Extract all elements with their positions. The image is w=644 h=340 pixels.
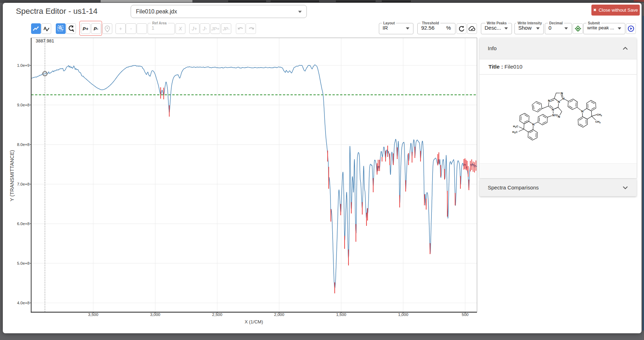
svg-text:1.0e+9: 1.0e+9 <box>17 63 30 68</box>
svg-text:500: 500 <box>462 312 469 317</box>
svg-text:2,500: 2,500 <box>212 312 222 317</box>
svg-text:2,000: 2,000 <box>274 312 284 317</box>
svg-text:6.0e+8: 6.0e+8 <box>17 222 30 226</box>
svg-text:8.0e+8: 8.0e+8 <box>17 142 30 147</box>
svg-text:3,000: 3,000 <box>150 312 160 317</box>
svg-text:7.0e+8: 7.0e+8 <box>17 182 30 186</box>
svg-text:N: N <box>548 99 550 102</box>
svg-text:N: N <box>532 123 535 126</box>
svg-text:N: N <box>581 110 584 113</box>
svg-text:3887.981: 3887.981 <box>36 39 54 43</box>
svg-text:X (1/CM): X (1/CM) <box>245 319 263 324</box>
svg-text:N: N <box>557 100 560 104</box>
svg-text:N: N <box>552 113 555 117</box>
svg-text:3,500: 3,500 <box>88 312 99 317</box>
svg-text:5.0e+8: 5.0e+8 <box>17 261 30 265</box>
svg-text:4.0e+8: 4.0e+8 <box>17 301 30 305</box>
svg-text:1,500: 1,500 <box>336 312 346 317</box>
svg-text:N: N <box>562 97 565 100</box>
svg-text:9.0e+8: 9.0e+8 <box>17 103 30 107</box>
svg-text:1,000: 1,000 <box>398 312 409 317</box>
svg-text:N: N <box>561 92 563 95</box>
svg-text:Y (TRANSMITTANCE): Y (TRANSMITTANCE) <box>9 150 15 201</box>
svg-text:N: N <box>552 108 554 111</box>
svg-text:N: N <box>558 115 560 118</box>
